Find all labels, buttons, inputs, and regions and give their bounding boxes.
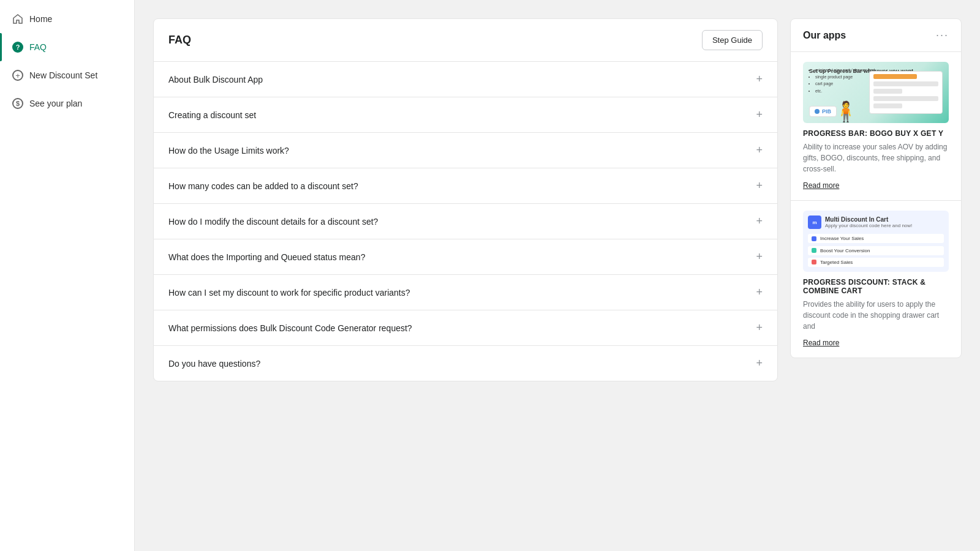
faq-item-status[interactable]: What does the Importing and Queued statu…	[154, 239, 777, 275]
faq-item-permissions[interactable]: What permissions does Bulk Discount Code…	[154, 310, 777, 346]
mcart-row-2: Boost Your Conversion	[808, 246, 944, 255]
step-guide-button[interactable]: Step Guide	[702, 30, 763, 50]
sidebar: Home ? FAQ + New Discount Set $ See your…	[0, 0, 135, 551]
mcart-dot-1	[812, 236, 816, 241]
expand-icon-status: +	[756, 250, 763, 263]
faq-header: FAQ Step Guide	[154, 19, 777, 62]
app-desc-progress: Ability to increase your sales AOV by ad…	[803, 141, 949, 174]
mcart-logo-labels: Multi Discount In Cart Apply your discou…	[825, 216, 912, 228]
pib-icon	[815, 109, 820, 114]
expand-icon-permissions: +	[756, 321, 763, 334]
app-card-multi-discount: m Multi Discount In Cart Apply your disc…	[791, 201, 961, 358]
expand-icon-codes: +	[756, 179, 763, 192]
sidebar-item-see-your-plan[interactable]: $ See your plan	[0, 89, 134, 118]
faq-item-questions[interactable]: Do you have questions? +	[154, 346, 777, 381]
dollar-icon: $	[12, 98, 23, 109]
app-card-progress-bar: Set up Progress Bar wherever you want mi…	[791, 52, 961, 201]
faq-item-codes-count[interactable]: How many codes can be added to a discoun…	[154, 168, 777, 204]
app-desc-multi: Provides the ability for users to apply …	[803, 299, 949, 332]
faq-title: FAQ	[168, 34, 191, 47]
apps-panel: Our apps ··· Set up Progress Bar whereve…	[790, 18, 962, 358]
home-icon	[12, 13, 23, 24]
faq-item-modify[interactable]: How do I modify the discount details for…	[154, 204, 777, 239]
apps-title: Our apps	[803, 30, 846, 41]
app-banner-multi: m Multi Discount In Cart Apply your disc…	[803, 211, 949, 272]
faq-icon: ?	[12, 42, 23, 53]
sidebar-item-home[interactable]: Home	[0, 5, 134, 33]
app-banner-progress: Set up Progress Bar wherever you want mi…	[803, 62, 949, 123]
expand-icon-usage: +	[756, 144, 763, 157]
mcart-logo-box: m	[808, 216, 821, 229]
faq-item-about[interactable]: About Bulk Discount App +	[154, 62, 777, 97]
sidebar-item-faq[interactable]: ? FAQ	[0, 33, 134, 61]
banner-mockup	[869, 71, 943, 114]
mcart-dot-3	[812, 260, 816, 264]
main-content: FAQ Step Guide About Bulk Discount App +…	[135, 0, 980, 551]
expand-icon-variants: +	[756, 286, 763, 299]
banner-list: minicart / ajax cart / drawer cart singl…	[809, 67, 875, 94]
pib-badge: PIB	[809, 106, 837, 117]
app-name-progress: PROGRESS BAR: BOGO BUY X GET Y	[803, 129, 949, 138]
faq-panel: FAQ Step Guide About Bulk Discount App +…	[153, 18, 778, 381]
mcart-dot-2	[812, 248, 816, 253]
read-more-multi[interactable]: Read more	[803, 339, 839, 347]
expand-icon-modify: +	[756, 215, 763, 228]
apps-more-button[interactable]: ···	[936, 29, 949, 42]
faq-item-variants[interactable]: How can I set my discount to work for sp…	[154, 275, 777, 310]
sidebar-item-new-discount-set[interactable]: + New Discount Set	[0, 61, 134, 89]
mcart-row-1: Increase Your Sales	[808, 234, 944, 243]
mcart-row-3: Targeted Sales	[808, 258, 944, 267]
expand-icon-about: +	[756, 73, 763, 86]
read-more-progress[interactable]: Read more	[803, 181, 839, 190]
faq-item-creating[interactable]: Creating a discount set +	[154, 97, 777, 133]
banner-figure: 🧍	[834, 100, 858, 123]
expand-icon-creating: +	[756, 108, 763, 121]
expand-icon-questions: +	[756, 357, 763, 370]
plus-circle-icon: +	[12, 70, 23, 81]
app-name-multi: PROGRESS DISCOUNT: STACK & COMBINE CART	[803, 278, 949, 295]
mcart-logo: m Multi Discount In Cart Apply your disc…	[808, 216, 944, 229]
faq-item-usage-limits[interactable]: How do the Usage Limits work? +	[154, 133, 777, 168]
mcart-content: m Multi Discount In Cart Apply your disc…	[803, 211, 949, 272]
apps-header: Our apps ···	[791, 19, 961, 52]
